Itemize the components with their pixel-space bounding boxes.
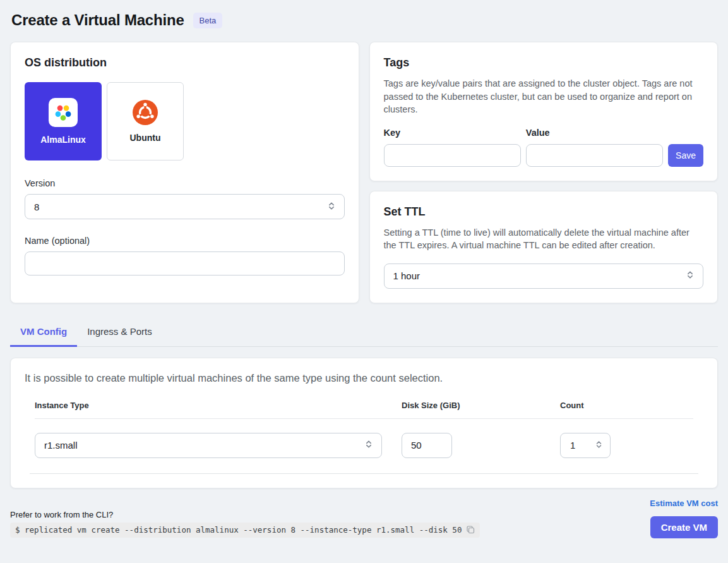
ubuntu-icon: [133, 100, 158, 125]
os-distribution-card: OS distribution AlmaLinux: [10, 42, 359, 303]
version-select[interactable]: 8: [25, 194, 345, 219]
column-header-instance-type: Instance Type: [35, 401, 402, 410]
ttl-card: Set TTL Setting a TTL (time to live) wil…: [369, 191, 719, 303]
table-row: r1.small 1: [35, 419, 693, 473]
chevron-up-down-icon: [594, 440, 604, 451]
name-label: Name (optional): [25, 236, 345, 246]
ttl-value: 1 hour: [393, 270, 421, 281]
footer: Prefer to work from the CLI? $ replicate…: [10, 495, 718, 538]
page-title: Create a Virtual Machine: [11, 11, 184, 29]
cli-prompt-text: Prefer to work from the CLI?: [10, 510, 480, 519]
disk-size-input[interactable]: [402, 433, 452, 458]
ttl-description: Setting a TTL (time to live) will automa…: [384, 226, 704, 252]
instance-type-select[interactable]: r1.small: [35, 433, 382, 458]
distribution-tiles: AlmaLinux: [25, 82, 345, 160]
create-vm-button[interactable]: Create VM: [650, 516, 718, 538]
page-header: Create a Virtual Machine Beta: [10, 11, 718, 29]
cli-command-block: $ replicated vm create --distribution al…: [10, 523, 480, 538]
actions-section: Estimate VM cost Create VM: [650, 495, 718, 538]
key-input[interactable]: [384, 144, 521, 167]
chevron-up-down-icon: [685, 270, 695, 282]
vm-config-intro: It is possible to create multiple virtua…: [25, 372, 703, 384]
tag-inputs-row: Key Value Save: [384, 128, 704, 167]
tags-description: Tags are key/value pairs that are assign…: [384, 77, 704, 116]
column-header-disk-size: Disk Size (GiB): [402, 401, 560, 410]
key-field-group: Key: [384, 128, 521, 167]
tile-label-almalinux: AlmaLinux: [40, 135, 86, 145]
chevron-up-down-icon: [364, 439, 374, 451]
os-card-title: OS distribution: [25, 56, 345, 70]
ttl-select[interactable]: 1 hour: [384, 263, 704, 289]
version-value: 8: [34, 202, 39, 212]
row-divider: [30, 473, 698, 474]
instance-type-value: r1.small: [44, 440, 78, 451]
distribution-tile-ubuntu[interactable]: Ubuntu: [107, 82, 184, 160]
right-column: Tags Tags are key/value pairs that are a…: [369, 42, 719, 303]
tab-vm-config[interactable]: VM Config: [10, 318, 77, 347]
table-header-row: Instance Type Disk Size (GiB) Count: [35, 401, 693, 419]
beta-badge: Beta: [193, 13, 223, 28]
almalinux-icon: [49, 98, 78, 127]
vm-config-table: Instance Type Disk Size (GiB) Count r1.s…: [25, 401, 703, 474]
save-tag-button[interactable]: Save: [668, 144, 703, 167]
tags-card: Tags Tags are key/value pairs that are a…: [369, 42, 719, 181]
chevron-up-down-icon: [326, 201, 337, 213]
vm-config-card: It is possible to create multiple virtua…: [10, 358, 718, 488]
column-header-count: Count: [560, 401, 693, 410]
cli-command-text: $ replicated vm create --distribution al…: [15, 525, 462, 535]
key-label: Key: [384, 128, 521, 138]
tile-label-ubuntu: Ubuntu: [130, 133, 161, 143]
copy-icon[interactable]: [466, 525, 475, 534]
cli-section: Prefer to work from the CLI? $ replicate…: [10, 510, 480, 538]
tags-card-title: Tags: [384, 56, 704, 70]
distribution-tile-almalinux[interactable]: AlmaLinux: [25, 82, 102, 160]
count-value: 1: [570, 440, 575, 451]
top-grid: OS distribution AlmaLinux: [10, 42, 718, 303]
value-field-group: Value: [526, 128, 663, 167]
name-input[interactable]: [25, 251, 345, 275]
value-input[interactable]: [526, 144, 663, 167]
estimate-vm-cost-link[interactable]: Estimate VM cost: [650, 499, 718, 508]
tab-ingress-ports[interactable]: Ingress & Ports: [77, 318, 162, 346]
count-stepper[interactable]: 1: [560, 433, 611, 458]
version-label: Version: [25, 178, 345, 188]
create-vm-page: Create a Virtual Machine Beta OS distrib…: [0, 0, 728, 563]
value-label: Value: [526, 128, 663, 138]
tab-bar: VM Config Ingress & Ports: [10, 318, 718, 347]
ttl-card-title: Set TTL: [384, 205, 704, 219]
